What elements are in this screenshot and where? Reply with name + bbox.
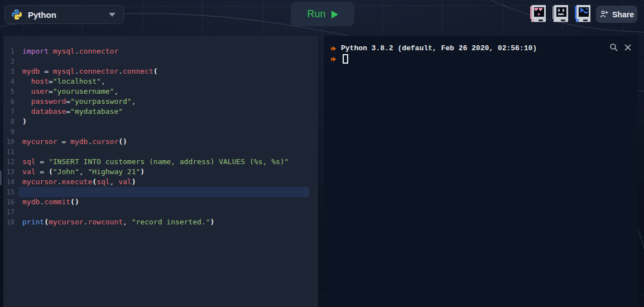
line-number: 18 bbox=[3, 217, 18, 227]
line-number: 5 bbox=[3, 87, 18, 97]
code-line[interactable]: 17 bbox=[3, 207, 318, 217]
code-line[interactable]: 13val = ("John", "Highway 21") bbox=[3, 167, 318, 177]
line-number: 10 bbox=[3, 137, 18, 147]
line-number: 7 bbox=[3, 107, 18, 117]
code-line[interactable]: 16mydb.commit() bbox=[3, 197, 318, 207]
console-panel[interactable]: Python 3.8.2 (default, Feb 26 2020, 02:5… bbox=[324, 36, 638, 307]
code-line[interactable]: 11 bbox=[3, 147, 318, 157]
line-number: 13 bbox=[3, 167, 18, 177]
code-line[interactable]: 9 bbox=[3, 127, 318, 137]
gray-neutral-computer-avatar[interactable] bbox=[551, 4, 571, 25]
line-number: 16 bbox=[3, 197, 18, 207]
pane-resize-handle[interactable] bbox=[0, 170, 2, 185]
code-line-content: password="yourpassword", bbox=[18, 97, 309, 107]
code-line[interactable]: 2 bbox=[3, 56, 318, 66]
code-line[interactable]: 8) bbox=[3, 117, 318, 127]
line-number: 6 bbox=[3, 97, 18, 107]
line-number: 14 bbox=[3, 177, 18, 187]
code-line-content: val = ("John", "Highway 21") bbox=[18, 167, 309, 177]
line-number: 4 bbox=[3, 76, 18, 87]
code-line-content: mydb = mysql.connector.connect( bbox=[18, 66, 309, 76]
language-selector-dropdown[interactable]: Python bbox=[4, 5, 124, 24]
share-button[interactable]: Share bbox=[596, 6, 637, 23]
code-line-content: import mysql.connector bbox=[18, 46, 309, 56]
console-search-button[interactable] bbox=[609, 43, 618, 52]
play-icon bbox=[331, 11, 338, 18]
console-text: Python 3.8.2 (default, Feb 26 2020, 02:5… bbox=[341, 43, 537, 54]
code-line[interactable]: 10mycursor = mydb.cursor() bbox=[3, 137, 318, 147]
console-output: Python 3.8.2 (default, Feb 26 2020, 02:5… bbox=[331, 43, 616, 64]
code-line-content bbox=[18, 207, 309, 217]
terminal-cursor[interactable] bbox=[343, 54, 348, 64]
line-number: 9 bbox=[3, 127, 18, 137]
code-line-content: database="mydatabase" bbox=[18, 107, 309, 117]
code-line-content bbox=[18, 127, 309, 137]
language-selector-label: Python bbox=[28, 10, 56, 20]
run-button[interactable]: Run bbox=[291, 2, 354, 26]
code-line-content: user="yourusername", bbox=[18, 87, 309, 97]
share-button-label: Share bbox=[612, 10, 634, 19]
code-line[interactable]: 1import mysql.connector bbox=[3, 46, 318, 56]
console-prompt-icon bbox=[331, 56, 337, 63]
code-line[interactable]: 5 user="yourusername", bbox=[3, 87, 318, 97]
console-close-button[interactable] bbox=[624, 44, 631, 51]
line-number: 8 bbox=[3, 117, 18, 127]
line-number: 12 bbox=[3, 157, 18, 167]
code-line-content bbox=[18, 147, 309, 157]
line-number: 2 bbox=[3, 56, 18, 66]
top-bar: Python Run bbox=[0, 0, 644, 36]
console-line: Python 3.8.2 (default, Feb 26 2020, 02:5… bbox=[331, 43, 616, 54]
chevron-down-icon bbox=[109, 13, 116, 17]
collaborator-avatars bbox=[528, 4, 594, 25]
invite-person-icon bbox=[599, 9, 609, 19]
code-line[interactable]: 15 bbox=[3, 187, 318, 197]
code-editor[interactable]: 1import mysql.connector23mydb = mysql.co… bbox=[3, 36, 318, 307]
code-line-content: mycursor = mydb.cursor() bbox=[18, 137, 309, 147]
code-line-content: host="localhost", bbox=[18, 76, 309, 87]
code-line-content: ) bbox=[18, 117, 309, 127]
run-button-label: Run bbox=[307, 8, 325, 20]
line-number: 17 bbox=[3, 207, 18, 217]
line-number: 1 bbox=[3, 46, 18, 56]
code-line-content bbox=[18, 187, 309, 197]
code-line-content: mydb.commit() bbox=[18, 197, 309, 207]
line-number: 3 bbox=[3, 66, 18, 76]
code-line-content bbox=[18, 56, 309, 66]
code-line[interactable]: 14mycursor.execute(sql, val) bbox=[3, 177, 318, 187]
line-number: 15 bbox=[3, 187, 18, 197]
console-line bbox=[331, 54, 616, 64]
code-line[interactable]: 12sql = "INSERT INTO customers (name, ad… bbox=[3, 157, 318, 167]
blue-wink-computer-avatar[interactable] bbox=[573, 4, 594, 25]
editor-code: 1import mysql.connector23mydb = mysql.co… bbox=[3, 46, 318, 227]
code-line[interactable]: 6 password="yourpassword", bbox=[3, 97, 318, 107]
pink-hearts-computer-avatar[interactable] bbox=[528, 4, 549, 25]
code-line[interactable]: 7 database="mydatabase" bbox=[3, 107, 318, 117]
code-line-content: sql = "INSERT INTO customers (name, addr… bbox=[18, 157, 309, 167]
code-line[interactable]: 3mydb = mysql.connector.connect( bbox=[3, 66, 318, 76]
code-line[interactable]: 4 host="localhost", bbox=[3, 76, 318, 87]
python-logo-icon bbox=[11, 9, 22, 20]
code-line[interactable]: 18print(mycursor.rowcount, "record inser… bbox=[3, 217, 318, 227]
console-prompt-icon bbox=[331, 45, 337, 52]
code-line-content: print(mycursor.rowcount, "record inserte… bbox=[18, 217, 309, 227]
line-number: 11 bbox=[3, 147, 18, 157]
code-line-content: mycursor.execute(sql, val) bbox=[18, 177, 309, 187]
